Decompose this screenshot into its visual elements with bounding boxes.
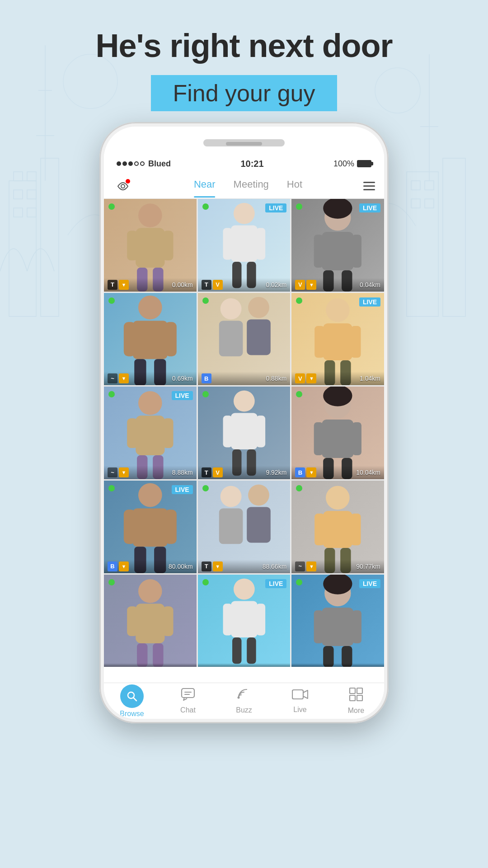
user-card-12[interactable]: ~▼90.77km: [291, 481, 384, 573]
card-badges: V▼: [295, 280, 316, 290]
svg-rect-93: [136, 604, 164, 643]
tab-meeting[interactable]: Meeting: [234, 179, 269, 194]
svg-rect-108: [352, 610, 361, 643]
svg-point-116: [238, 697, 240, 699]
svg-point-41: [138, 296, 162, 320]
svg-rect-43: [124, 322, 136, 356]
svg-rect-29: [231, 225, 257, 261]
svg-rect-83: [219, 508, 243, 544]
user-grid: T▼0.00km LIVE TV0.02km LIVE V▼0.04km ~▼0…: [104, 199, 384, 667]
card-distance: 9.92km: [266, 469, 286, 476]
svg-point-57: [138, 392, 162, 415]
user-card-11[interactable]: T▼88.66km: [198, 481, 291, 573]
card-footer: B▼80.00km: [104, 560, 197, 573]
svg-rect-2: [14, 172, 23, 181]
nav-item-more[interactable]: More: [328, 683, 384, 719]
user-card-9[interactable]: B▼10.04km: [291, 387, 384, 479]
card-footer: T▼0.00km: [104, 278, 197, 292]
svg-line-112: [134, 698, 137, 701]
svg-rect-103: [247, 637, 256, 664]
card-distance: 10.04km: [356, 469, 380, 476]
live-icon: [292, 688, 308, 704]
live-badge: LIVE: [359, 579, 380, 588]
user-card-14[interactable]: LIVE: [198, 575, 291, 667]
svg-point-98: [234, 578, 255, 599]
badge-letter: T: [202, 467, 211, 477]
svg-rect-11: [425, 181, 434, 190]
phone-frame: Blued 10:21 100%: [99, 122, 389, 723]
menu-icon[interactable]: [363, 182, 375, 190]
badge-icon: V: [213, 467, 223, 477]
card-badges: V▼: [295, 373, 316, 383]
card-footer: B0.88km: [198, 372, 291, 385]
svg-rect-13: [425, 199, 434, 208]
nav-item-live[interactable]: Live: [272, 683, 328, 719]
badge-icon: ▼: [213, 561, 223, 571]
user-card-7[interactable]: LIVE ~▼8.88km: [104, 387, 197, 479]
svg-rect-79: [164, 509, 176, 544]
svg-rect-60: [163, 419, 173, 448]
badge-icon: ▼: [306, 280, 316, 290]
card-distance: 90.77km: [356, 563, 380, 570]
signal-dots: [117, 161, 145, 166]
app-content: Near Meeting Hot: [104, 174, 384, 719]
svg-point-21: [121, 184, 125, 188]
user-card-15[interactable]: LIVE: [291, 575, 384, 667]
user-card-4[interactable]: ~▼0.69km: [104, 293, 197, 386]
svg-rect-6: [14, 208, 23, 217]
svg-rect-31: [256, 228, 265, 259]
svg-rect-85: [247, 507, 271, 542]
card-distance: 88.66km: [263, 563, 287, 570]
nav-item-buzz[interactable]: Buzz: [216, 683, 272, 719]
eye-icon[interactable]: [113, 176, 133, 196]
user-card-2[interactable]: LIVE TV0.02km: [198, 199, 291, 292]
svg-rect-64: [231, 413, 257, 449]
user-grid-container: T▼0.00km LIVE TV0.02km LIVE V▼0.04km ~▼0…: [104, 199, 384, 683]
live-badge: LIVE: [172, 391, 193, 400]
online-indicator: [108, 579, 115, 585]
user-card-13[interactable]: [104, 575, 197, 667]
svg-rect-120: [350, 695, 355, 701]
svg-rect-87: [324, 511, 352, 548]
user-card-6[interactable]: LIVE V▼1.04km: [291, 293, 384, 386]
nav-item-chat[interactable]: Chat: [160, 683, 216, 719]
badge-icon: ▼: [119, 280, 129, 290]
badge-icon: ▼: [306, 561, 316, 571]
battery-text: 100%: [333, 159, 354, 169]
svg-rect-9: [443, 158, 465, 316]
svg-rect-102: [232, 637, 241, 664]
card-footer: V▼1.04km: [291, 372, 384, 385]
badge-icon: V: [213, 280, 223, 290]
bottom-nav: Browse Chat: [104, 683, 384, 719]
phone-inner: Blued 10:21 100%: [104, 127, 384, 719]
svg-point-84: [248, 485, 269, 506]
user-figure-13: [104, 575, 197, 667]
online-indicator: [108, 297, 115, 304]
card-footer: [291, 663, 384, 667]
nav-item-browse[interactable]: Browse: [104, 683, 160, 719]
badge-icon: ▼: [306, 373, 316, 383]
headline: He's right next door: [0, 27, 488, 64]
badge-letter: T: [108, 280, 117, 290]
svg-rect-117: [292, 690, 303, 699]
user-card-1[interactable]: T▼0.00km: [104, 199, 197, 292]
card-distance: 0.02km: [266, 281, 286, 288]
online-indicator: [296, 579, 302, 585]
svg-point-49: [248, 297, 269, 318]
card-distance: 8.88km: [172, 469, 193, 476]
card-footer: [198, 663, 291, 667]
user-card-5[interactable]: B0.88km: [198, 293, 291, 386]
tab-near[interactable]: Near: [194, 179, 216, 194]
svg-point-28: [234, 203, 255, 224]
user-card-3[interactable]: LIVE V▼0.04km: [291, 199, 384, 292]
carrier-name: Blued: [148, 159, 171, 169]
online-indicator: [108, 203, 115, 210]
card-distance: 0.88km: [266, 375, 286, 382]
svg-rect-119: [357, 688, 362, 693]
svg-rect-59: [127, 419, 137, 448]
badge-icon: ▼: [119, 561, 129, 571]
tab-hot[interactable]: Hot: [287, 179, 302, 194]
user-card-8[interactable]: TV9.92km: [198, 387, 291, 479]
user-card-10[interactable]: LIVE B▼80.00km: [104, 481, 197, 573]
card-footer: ~▼90.77km: [291, 560, 384, 573]
